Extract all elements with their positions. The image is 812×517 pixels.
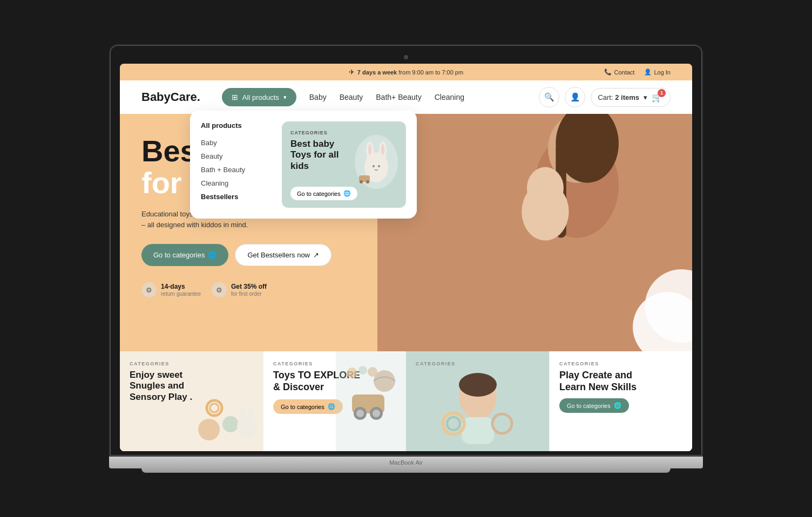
contact-link[interactable]: 📞 Contact <box>604 69 634 76</box>
return-icon: ⚙ <box>141 282 157 297</box>
svg-point-34 <box>358 366 367 375</box>
svg-point-38 <box>459 373 497 397</box>
globe-icon: 🌐 <box>208 251 216 259</box>
dropdown-card-btn-label: Go to categories <box>297 191 341 197</box>
go-categories-label: Go to categories <box>153 251 205 259</box>
dropdown-item-bestsellers[interactable]: Bestsellers <box>201 190 271 203</box>
navbar: BabyCare. ⊞ All products ▾ Baby Beauty B… <box>120 80 692 114</box>
nav-beauty[interactable]: Beauty <box>340 93 363 101</box>
category-card-explore: CATEGORIES Toys TO EXPLORE & Discover Go… <box>263 351 406 451</box>
svg-point-21 <box>237 415 256 439</box>
schedule-hours: from 9:00 am to 7:00 pm <box>398 69 463 76</box>
svg-rect-39 <box>462 417 494 444</box>
login-link[interactable]: 👤 Log In <box>644 69 671 76</box>
grid-icon: ⊞ <box>232 93 238 101</box>
screen-content: ✈ 7 days a week from 9:00 am to 7:00 pm … <box>120 64 692 451</box>
dropdown-title: All products <box>201 121 271 130</box>
nav-baby[interactable]: Baby <box>309 93 327 101</box>
get-bestsellers-button[interactable]: Get Bestsellers now ↗ <box>235 244 331 266</box>
svg-point-35 <box>368 367 377 377</box>
cat4-title: Play Create and Learn New Skills <box>559 370 651 393</box>
go-to-categories-button[interactable]: Go to categories 🌐 <box>141 244 228 266</box>
dropdown-right: CATEGORIES Best baby Toys for all kids G… <box>282 121 406 208</box>
contact-label: Contact <box>614 69 634 76</box>
cart-button[interactable]: Cart: 2 items ▾ 🛒 1 <box>591 88 671 107</box>
svg-point-17 <box>527 167 564 209</box>
cat2-image <box>336 351 406 451</box>
cat1-label: CATEGORIES <box>130 361 253 366</box>
nav-links: ⊞ All products ▾ Baby Beauty Bath+ Beaut… <box>222 88 523 106</box>
svg-point-29 <box>356 410 364 417</box>
svg-point-10 <box>366 180 369 183</box>
account-icon: 👤 <box>570 92 580 102</box>
svg-point-9 <box>360 180 363 183</box>
badge2-strong: Get 35% off <box>231 283 267 290</box>
return-guarantee-badge: ⚙ 14-days return guarantee <box>141 282 201 297</box>
dropdown-left: All products Baby Beauty Bath + Beauty C… <box>201 121 271 208</box>
nav-bath-beauty[interactable]: Bath+ Beauty <box>376 93 421 101</box>
svg-point-19 <box>198 419 220 440</box>
top-bar-actions: 📞 Contact 👤 Log In <box>604 69 671 76</box>
laptop-base: MacBook Air <box>109 457 703 468</box>
svg-point-6 <box>373 165 375 167</box>
svg-point-20 <box>222 416 239 432</box>
top-bar-schedule: ✈ 7 days a week from 9:00 am to 7:00 pm <box>349 68 463 76</box>
badge2-text: for first order <box>231 291 262 297</box>
cart-badge: 1 <box>658 89 666 97</box>
nav-cleaning[interactable]: Cleaning <box>435 93 464 101</box>
svg-point-25 <box>210 404 219 412</box>
login-label: Log In <box>654 69 671 76</box>
laptop-screen: ✈ 7 days a week from 9:00 am to 7:00 pm … <box>109 44 703 457</box>
dropdown-menu: All products Baby Beauty Bath + Beauty C… <box>190 111 417 219</box>
learn-btn-label: Go to categories <box>567 403 611 409</box>
category-card-learn: CATEGORIES Play Create and Learn New Ski… <box>549 351 692 451</box>
cat3-label: CATEGORIES <box>416 361 539 366</box>
hero-image-area <box>377 114 692 351</box>
dropdown-card-title: Best baby Toys for all kids <box>290 139 355 172</box>
svg-point-4 <box>368 144 371 155</box>
svg-point-5 <box>381 144 384 155</box>
dropdown-item-baby[interactable]: Baby <box>201 136 271 149</box>
account-button[interactable]: 👤 <box>565 87 585 107</box>
explore-btn-label: Go to categories <box>281 404 324 410</box>
explore-categories-button[interactable]: Go to categories 🌐 <box>273 399 343 414</box>
cart-icon-wrap: 🛒 1 <box>652 92 662 103</box>
macbook-label: MacBook Air <box>389 459 423 466</box>
hero-buttons: Go to categories 🌐 Get Bestsellers now ↗ <box>141 244 422 266</box>
discount-badge: ⚙ Get 35% off for first order <box>212 282 267 297</box>
svg-point-24 <box>207 400 222 416</box>
discount-icon: ⚙ <box>212 282 227 297</box>
dropdown-item-beauty[interactable]: Beauty <box>201 149 271 163</box>
dropdown-card-button[interactable]: Go to categories 🌐 <box>290 187 357 200</box>
categories-grid: CATEGORIES Enjoy sweet Snugles and Senso… <box>120 351 692 451</box>
all-products-label: All products <box>242 93 279 101</box>
search-button[interactable]: 🔍 <box>539 87 559 107</box>
badge1-text: return guarantee <box>161 291 201 297</box>
dropdown-item-cleaning[interactable]: Cleaning <box>201 176 271 190</box>
badge1-strong: 14-days <box>161 283 201 290</box>
svg-point-7 <box>378 165 380 167</box>
globe-icon: 🌐 <box>614 402 621 409</box>
chevron-down-icon: ▾ <box>644 93 647 101</box>
dropdown-item-bath[interactable]: Bath + Beauty <box>201 163 271 176</box>
globe-icon: 🌐 <box>328 403 335 410</box>
cat1-image <box>193 381 263 451</box>
camera-dot <box>404 55 408 59</box>
cat4-label: CATEGORIES <box>559 361 682 366</box>
dropdown-card: CATEGORIES Best baby Toys for all kids G… <box>282 121 406 208</box>
arrow-right-icon: ↗ <box>313 251 319 259</box>
svg-point-23 <box>248 407 253 422</box>
chevron-down-icon: ▾ <box>283 94 287 101</box>
cart-label: Cart: 2 items <box>598 93 639 101</box>
top-bar: ✈ 7 days a week from 9:00 am to 7:00 pm … <box>120 64 692 80</box>
learn-categories-button[interactable]: Go to categories 🌐 <box>559 398 629 413</box>
toy-illustration <box>349 127 403 197</box>
laptop-bottom <box>141 468 671 473</box>
all-products-button[interactable]: ⊞ All products ▾ <box>222 88 296 106</box>
schedule-bold: 7 days a week <box>357 69 397 76</box>
logo[interactable]: BabyCare. <box>141 90 200 104</box>
search-icon: 🔍 <box>544 92 554 102</box>
nav-actions: 🔍 👤 Cart: 2 items ▾ 🛒 <box>539 87 671 107</box>
svg-point-31 <box>373 410 380 417</box>
phone-icon: 📞 <box>604 69 612 76</box>
